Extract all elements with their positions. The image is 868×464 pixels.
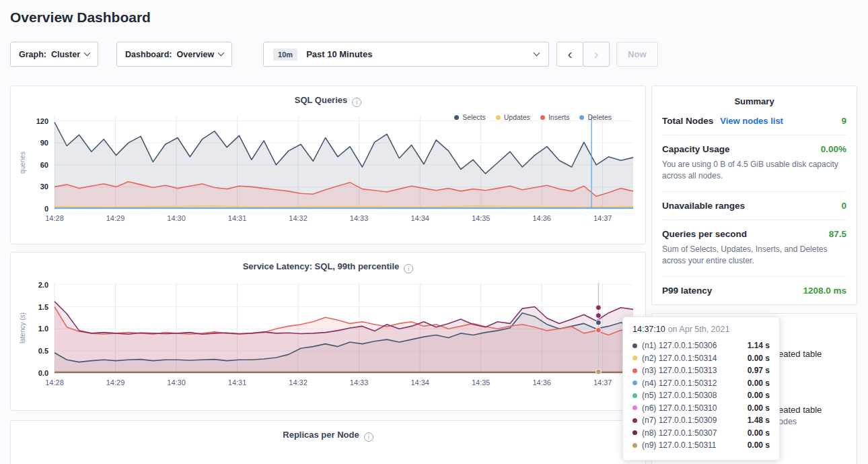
chart-hover-tooltip: 14:37:10on Apr 5th, 2021 (n1) 127.0.0.1:…	[622, 317, 780, 461]
capacity-usage-description: You are using 0 B of 4.5 GiB usable disk…	[662, 159, 838, 183]
info-icon[interactable]: i	[404, 264, 413, 273]
p99-latency-label: P99 latency	[662, 286, 712, 296]
dashboard-dropdown-label: Dashboard:	[125, 50, 172, 59]
summary-row-queries-per-second: Queries per second 87.5 Sum of Selects, …	[662, 220, 846, 276]
svg-text:14:29: 14:29	[106, 214, 124, 222]
sql-queries-chart-title: SQL Queries	[295, 95, 348, 105]
series-dot-icon	[632, 418, 637, 423]
tooltip-node-label: (n9) 127.0.0.1:50311	[642, 440, 717, 450]
legend-dot-icon	[454, 115, 459, 120]
summary-panel: Summary Total Nodes View nodes list 9 Ca…	[651, 86, 857, 305]
time-range-selector[interactable]: 10m Past 10 Minutes	[263, 42, 549, 67]
legend-dot-icon	[579, 115, 584, 120]
series-dot-icon	[632, 368, 637, 373]
svg-text:14:31: 14:31	[227, 214, 246, 222]
queries-per-second-label: Queries per second	[662, 229, 747, 239]
tooltip-node-value: 0.00 s	[748, 354, 770, 363]
svg-text:14:29: 14:29	[106, 378, 124, 387]
unavailable-ranges-value: 0	[841, 201, 846, 211]
summary-row-p99-latency: P99 latency 1208.0 ms	[662, 276, 846, 304]
summary-row-unavailable-ranges: Unavailable ranges 0	[662, 191, 846, 220]
svg-text:14:37: 14:37	[593, 378, 612, 387]
tooltip-node-row: (n4) 127.0.0.1:503120.00 s	[632, 377, 770, 390]
legend-dot-icon	[496, 115, 501, 120]
series-dot-icon	[632, 343, 637, 348]
chevron-down-icon	[84, 50, 91, 57]
tooltip-node-row: (n3) 127.0.0.1:503130.97 s	[632, 364, 770, 377]
svg-text:latency (s): latency (s)	[19, 312, 26, 343]
service-latency-chart[interactable]: 14:2814:2914:3014:3114:3214:3314:3414:35…	[17, 273, 640, 389]
sql-queries-legend: SelectsUpdatesInsertsDeletes	[454, 113, 612, 121]
info-icon[interactable]: i	[352, 98, 361, 107]
dashboard-select-dropdown[interactable]: Dashboard: Overview	[116, 42, 232, 67]
chevron-down-icon	[534, 50, 540, 57]
graph-scope-dropdown[interactable]: Graph: Cluster	[10, 42, 98, 67]
svg-text:1.0: 1.0	[38, 325, 48, 333]
tooltip-rows: (n1) 127.0.0.1:503061.14 s(n2) 127.0.0.1…	[632, 339, 770, 452]
time-range-badge: 10m	[273, 48, 297, 61]
series-dot-icon	[632, 356, 637, 360]
capacity-usage-value: 0.00%	[821, 144, 846, 154]
tooltip-node-label: (n8) 127.0.0.1:50307	[642, 428, 717, 438]
legend-item-updates[interactable]: Updates	[496, 113, 530, 121]
time-range-label: Past 10 Minutes	[306, 49, 372, 59]
svg-text:14:36: 14:36	[532, 214, 551, 222]
dashboard-dropdown-value: Overview	[177, 50, 215, 59]
p99-latency-value: 1208.0 ms	[803, 286, 846, 296]
tooltip-node-value: 0.00 s	[748, 378, 770, 388]
series-dot-icon	[632, 380, 637, 385]
graph-dropdown-value: Cluster	[51, 50, 80, 59]
tooltip-node-value: 0.00 s	[748, 403, 770, 413]
queries-per-second-value: 87.5	[829, 229, 846, 239]
event-item-subtext: odes	[779, 417, 797, 426]
tooltip-node-row: (n9) 127.0.0.1:503110.00 s	[632, 439, 770, 452]
svg-text:14:33: 14:33	[349, 378, 368, 387]
svg-text:30: 30	[40, 183, 48, 191]
tooltip-date: on Apr 5th, 2021	[668, 325, 730, 334]
svg-text:14:32: 14:32	[289, 214, 308, 222]
info-icon[interactable]: i	[364, 432, 373, 442]
total-nodes-label: Total Nodes	[662, 116, 713, 126]
svg-text:0.0: 0.0	[38, 369, 48, 377]
queries-per-second-description: Sum of Selects, Updates, Inserts, and De…	[662, 244, 838, 267]
time-next-button[interactable]: ›	[583, 42, 610, 67]
svg-text:14:28: 14:28	[45, 214, 64, 222]
legend-item-deletes[interactable]: Deletes	[579, 113, 612, 121]
tooltip-node-label: (n1) 127.0.0.1:50306	[642, 341, 717, 350]
series-dot-icon	[632, 430, 637, 435]
tooltip-node-row: (n7) 127.0.0.1:503091.48 s	[632, 414, 770, 427]
time-prev-button[interactable]: ‹	[556, 42, 583, 67]
tooltip-node-value: 1.48 s	[748, 416, 770, 425]
svg-text:14:32: 14:32	[289, 378, 308, 387]
tooltip-node-value: 0.00 s	[748, 440, 770, 450]
tooltip-node-value: 1.14 s	[748, 341, 770, 350]
series-dot-icon	[632, 405, 637, 410]
svg-text:14:34: 14:34	[410, 214, 429, 222]
svg-text:0: 0	[44, 205, 48, 213]
chart-title-row: SQL Queriesi	[11, 86, 645, 107]
svg-text:90: 90	[40, 139, 48, 147]
tooltip-node-value: 0.00 s	[748, 428, 770, 438]
view-nodes-list-link[interactable]: View nodes list	[720, 116, 783, 126]
replicas-chart-title: Replicas per Node	[283, 430, 359, 440]
tooltip-time: 14:37:10	[632, 325, 665, 334]
tooltip-node-value: 0.97 s	[748, 366, 770, 375]
capacity-usage-label: Capacity Usage	[662, 144, 730, 154]
sql-queries-chart[interactable]: 14:2814:2914:3014:3114:3214:3314:3414:35…	[17, 107, 640, 225]
now-button[interactable]: Now	[616, 42, 657, 67]
svg-text:14:37: 14:37	[593, 214, 612, 222]
chart-title-row: Replicas per Nodei	[11, 421, 645, 442]
tooltip-node-label: (n3) 127.0.0.1:50313	[642, 366, 717, 375]
svg-text:14:35: 14:35	[471, 214, 490, 222]
charts-column: SQL Queriesi SelectsUpdatesInsertsDelete…	[10, 86, 646, 464]
legend-dot-icon	[540, 115, 545, 120]
legend-item-selects[interactable]: Selects	[454, 113, 485, 121]
event-item-text[interactable]: eated table	[779, 405, 822, 415]
event-item-text[interactable]: eated table	[779, 349, 822, 359]
series-dot-icon	[632, 393, 637, 398]
legend-item-inserts[interactable]: Inserts	[540, 113, 570, 121]
svg-text:60: 60	[40, 161, 48, 169]
dashboard-toolbar: Graph: Cluster Dashboard: Overview 10m P…	[10, 42, 858, 67]
tooltip-node-row: (n2) 127.0.0.1:503140.00 s	[632, 352, 770, 365]
svg-text:0.5: 0.5	[38, 347, 48, 355]
